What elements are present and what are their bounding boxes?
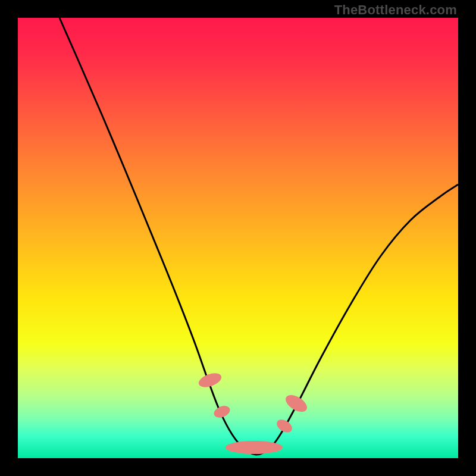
chart-frame: TheBottleneck.com (0, 0, 476, 476)
chart-svg (18, 18, 458, 458)
marker-right-upper (283, 392, 310, 415)
plot-area (18, 18, 458, 458)
marker-bottom (226, 441, 283, 454)
marker-right-lower (274, 417, 294, 435)
bottleneck-curve (60, 18, 458, 455)
attribution-text: TheBottleneck.com (334, 2, 457, 18)
